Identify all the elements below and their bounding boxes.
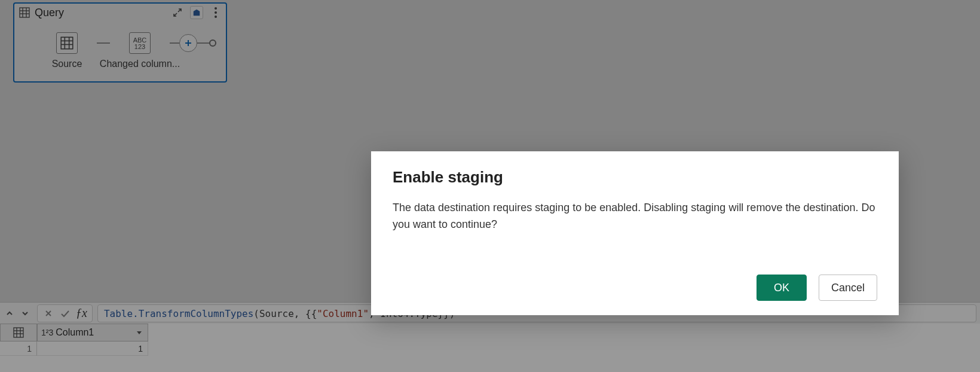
cancel-formula-icon[interactable] <box>42 307 54 319</box>
formula-bar-controls: ƒx <box>37 304 93 322</box>
more-options-icon[interactable] <box>209 6 222 19</box>
query-node-card[interactable]: Query <box>13 2 227 83</box>
type-tag-123: 123 <box>134 44 145 50</box>
fx-icon[interactable]: ƒx <box>76 306 87 320</box>
column-header[interactable]: 1²3 Column1 <box>37 324 148 341</box>
column-type-icon: 1²3 <box>41 328 53 337</box>
formula-string: "Column1" <box>317 308 369 319</box>
grid-corner[interactable] <box>0 324 37 341</box>
table-icon <box>18 6 31 19</box>
step-connector <box>97 42 110 44</box>
output-node[interactable] <box>209 39 216 47</box>
column-filter-dropdown-icon[interactable] <box>134 330 144 336</box>
formula-text: (Source, {{ <box>253 308 317 319</box>
dialog-title: Enable staging <box>393 168 877 187</box>
ok-button[interactable]: OK <box>757 275 807 301</box>
enable-staging-dialog: Enable staging The data destination requ… <box>371 151 899 315</box>
dialog-body: The data destination requires staging to… <box>393 200 877 233</box>
svg-rect-0 <box>20 8 29 17</box>
column-type-icon: ABC 123 <box>129 32 151 54</box>
svg-marker-21 <box>137 331 142 334</box>
chevron-up-icon[interactable] <box>4 307 16 319</box>
add-step-button[interactable] <box>179 34 197 52</box>
chevron-down-icon[interactable] <box>19 307 31 319</box>
cancel-button[interactable]: Cancel <box>819 275 877 301</box>
step-connector <box>197 42 209 44</box>
step-connector <box>170 42 179 44</box>
step-label: Changed column... <box>98 59 182 69</box>
grid-cell[interactable]: 1 <box>37 341 148 356</box>
destination-icon[interactable] <box>190 6 203 19</box>
formula-fn: Table.TransformColumnTypes <box>104 308 253 319</box>
applied-steps-row: Source ABC 123 Changed column... <box>14 22 226 75</box>
svg-rect-16 <box>14 328 23 337</box>
row-number[interactable]: 1 <box>0 341 37 356</box>
collapse-icon[interactable] <box>171 6 184 19</box>
table-icon <box>56 32 78 54</box>
step-label: Source <box>52 59 82 69</box>
step-changed-column-type[interactable]: ABC 123 Changed column... <box>110 32 170 69</box>
accept-formula-icon[interactable] <box>59 307 71 319</box>
column-name: Column1 <box>56 327 132 338</box>
svg-rect-7 <box>61 37 73 49</box>
data-grid[interactable]: 1²3 Column1 1 1 <box>0 324 980 372</box>
step-source[interactable]: Source <box>37 32 97 69</box>
query-title: Query <box>35 7 171 19</box>
